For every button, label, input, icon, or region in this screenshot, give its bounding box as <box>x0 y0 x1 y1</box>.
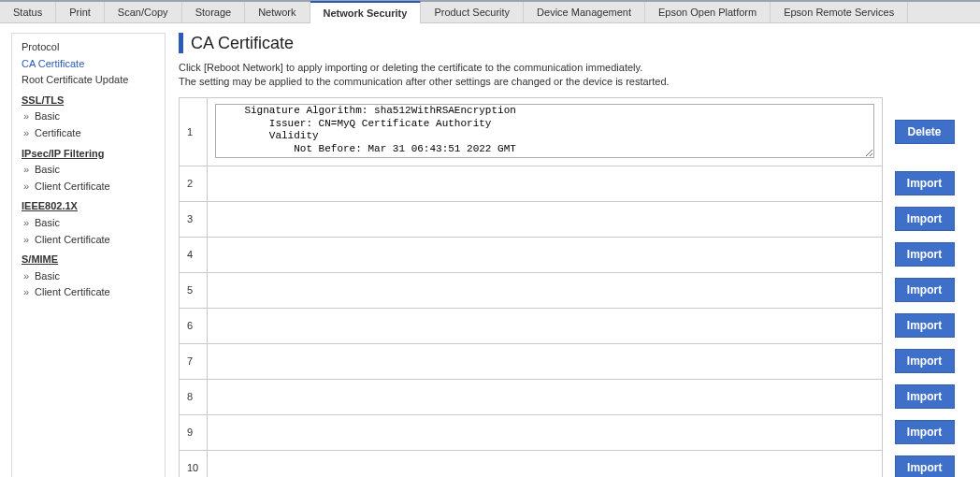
sidebar-item-certificate[interactable]: Certificate <box>22 125 155 142</box>
tab-device-management[interactable]: Device Management <box>524 2 645 22</box>
cert-row-content <box>208 379 883 414</box>
delete-button[interactable]: Delete <box>895 120 955 144</box>
sidebar-item-root-certificate-update[interactable]: Root Certificate Update <box>22 72 155 89</box>
help-line-1: Click [Reboot Network] to apply importin… <box>179 61 967 75</box>
cert-row-number: 5 <box>180 272 208 308</box>
sidebar-item-basic[interactable]: Basic <box>22 108 155 125</box>
import-button[interactable]: Import <box>895 455 955 477</box>
top-tabs: StatusPrintScan/CopyStorageNetworkNetwor… <box>0 2 980 23</box>
tab-storage[interactable]: Storage <box>182 2 246 22</box>
cert-row-content <box>208 343 883 379</box>
import-button[interactable]: Import <box>895 278 955 302</box>
cert-row: 8Import <box>180 379 967 414</box>
sidebar-item-protocol[interactable]: Protocol <box>22 39 155 56</box>
cert-row-content <box>208 450 883 477</box>
import-button[interactable]: Import <box>895 384 955 409</box>
cert-row: 6Import <box>180 308 967 343</box>
cert-row: 3Import <box>180 201 967 237</box>
cert-row-number: 9 <box>180 414 208 450</box>
sidebar-item-basic[interactable]: Basic <box>22 162 155 179</box>
title-accent <box>179 33 183 53</box>
tab-epson-remote-services[interactable]: Epson Remote Services <box>771 2 908 22</box>
cert-row-content <box>208 201 883 237</box>
sidebar-item-client-certificate[interactable]: Client Certificate <box>22 179 155 195</box>
cert-row-action-cell: Delete <box>883 97 967 166</box>
cert-row: 10Import <box>180 450 967 477</box>
cert-row-action-cell: Import <box>883 166 967 201</box>
cert-row-number: 3 <box>180 201 208 237</box>
import-button[interactable]: Import <box>895 313 955 338</box>
cert-row: 2Import <box>180 166 967 201</box>
tab-product-security[interactable]: Product Security <box>421 2 524 22</box>
cert-row-content <box>208 272 883 308</box>
cert-row-number: 7 <box>180 343 208 379</box>
cert-row-action-cell: Import <box>883 201 967 237</box>
tab-network-security[interactable]: Network Security <box>310 1 422 23</box>
cert-row-number: 10 <box>180 450 208 477</box>
cert-row: 4Import <box>180 237 967 272</box>
tab-print[interactable]: Print <box>56 2 105 22</box>
main-content: CA Certificate Click [Reboot Network] to… <box>166 23 980 477</box>
import-button[interactable]: Import <box>895 242 955 267</box>
help-text: Click [Reboot Network] to apply importin… <box>179 61 967 90</box>
cert-row-action-cell: Import <box>883 237 967 272</box>
cert-row: 5Import <box>180 272 967 308</box>
sidebar: ProtocolCA CertificateRoot Certificate U… <box>11 33 166 477</box>
cert-row: 7Import <box>180 343 967 379</box>
tab-status[interactable]: Status <box>0 2 56 22</box>
tab-scan-copy[interactable]: Scan/Copy <box>105 2 182 22</box>
import-button[interactable]: Import <box>895 171 955 195</box>
sidebar-item-ieee802-1x[interactable]: IEEE802.1X <box>22 198 155 215</box>
cert-row-number: 4 <box>180 237 208 272</box>
cert-row-content <box>208 97 883 166</box>
sidebar-item-basic[interactable]: Basic <box>22 268 155 285</box>
import-button[interactable]: Import <box>895 349 955 373</box>
sidebar-item-ssl-tls[interactable]: SSL/TLS <box>22 93 155 109</box>
cert-row-number: 6 <box>180 308 208 343</box>
sidebar-item-client-certificate[interactable]: Client Certificate <box>22 284 155 301</box>
sidebar-item-client-certificate[interactable]: Client Certificate <box>22 232 155 249</box>
tab-epson-open-platform[interactable]: Epson Open Platform <box>645 2 771 22</box>
tab-network[interactable]: Network <box>245 2 310 22</box>
sidebar-item-basic[interactable]: Basic <box>22 215 155 232</box>
cert-row-content <box>208 237 883 272</box>
sidebar-item-ca-certificate[interactable]: CA Certificate <box>22 56 155 73</box>
cert-row-content <box>208 166 883 201</box>
sidebar-item-s-mime[interactable]: S/MIME <box>22 252 155 268</box>
import-button[interactable]: Import <box>895 420 955 444</box>
cert-row: 1Delete <box>180 97 967 166</box>
cert-row-action-cell: Import <box>883 272 967 308</box>
cert-row-content <box>208 308 883 343</box>
cert-row-number: 2 <box>180 166 208 201</box>
page-title: CA Certificate <box>191 34 294 53</box>
cert-row-number: 1 <box>180 97 208 166</box>
certificate-table: 1Delete2Import3Import4Import5Import6Impo… <box>179 97 967 477</box>
sidebar-item-ipsec-ip-filtering[interactable]: IPsec/IP Filtering <box>22 146 155 163</box>
cert-row-action-cell: Import <box>883 450 967 477</box>
cert-row: 9Import <box>180 414 967 450</box>
cert-row-action-cell: Import <box>883 308 967 343</box>
cert-row-action-cell: Import <box>883 379 967 414</box>
cert-row-number: 8 <box>180 379 208 414</box>
cert-row-action-cell: Import <box>883 414 967 450</box>
cert-row-action-cell: Import <box>883 343 967 379</box>
import-button[interactable]: Import <box>895 207 955 231</box>
help-line-2: The setting may be applied to the commun… <box>179 75 967 89</box>
cert-details-textarea[interactable] <box>215 104 874 158</box>
cert-row-content <box>208 414 883 450</box>
